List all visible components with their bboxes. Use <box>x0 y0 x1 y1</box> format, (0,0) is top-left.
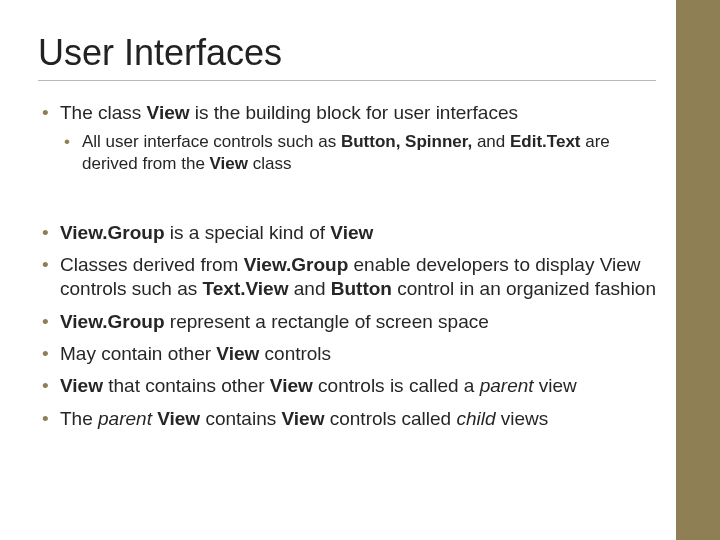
bold-text: Edit.Text <box>510 132 581 151</box>
text: represent a rectangle of screen space <box>170 311 489 332</box>
sub-bullet-list: All user interface controls such as Butt… <box>60 131 656 175</box>
slide-content: User Interfaces The class View is the bu… <box>0 0 676 540</box>
list-item: View that contains other View controls i… <box>38 374 656 398</box>
list-item: The class View is the building block for… <box>38 101 656 175</box>
bold-text: View <box>270 375 313 396</box>
bold-text: View.Group <box>60 222 165 243</box>
list-item: The parent View contains View controls c… <box>38 407 656 431</box>
text: The class <box>60 102 147 123</box>
accent-sidebar <box>676 0 720 540</box>
text: is the building block for user interface… <box>190 102 518 123</box>
bold-text: View <box>157 408 200 429</box>
text: controls is called a <box>313 375 480 396</box>
italic-text: parent <box>98 408 152 429</box>
bold-text: View <box>281 408 324 429</box>
text: All user interface controls such as <box>82 132 341 151</box>
text: that contains other <box>108 375 270 396</box>
bold-text: View <box>330 222 373 243</box>
list-item: View.Group represent a rectangle of scre… <box>38 310 656 334</box>
list-item: View.Group is a special kind of View <box>38 221 656 245</box>
text: controls <box>259 343 331 364</box>
text: contains <box>200 408 281 429</box>
bold-text: View <box>147 102 190 123</box>
text: controls called <box>324 408 456 429</box>
list-item: May contain other View controls <box>38 342 656 366</box>
text: views <box>496 408 549 429</box>
list-item: Classes derived from View.Group enable d… <box>38 253 656 302</box>
bold-text: View.Group <box>60 311 170 332</box>
text: class <box>248 154 291 173</box>
bold-text: Button, Spinner, <box>341 132 472 151</box>
bold-text: View <box>60 375 108 396</box>
text: view <box>534 375 577 396</box>
bold-text: View <box>210 154 248 173</box>
text: control in an organized fashion <box>392 278 656 299</box>
bold-text: Button <box>331 278 392 299</box>
slide: User Interfaces The class View is the bu… <box>0 0 720 540</box>
spacer <box>38 183 656 201</box>
italic-text: child <box>456 408 495 429</box>
text: The <box>60 408 98 429</box>
page-title: User Interfaces <box>38 32 656 81</box>
text: May contain other <box>60 343 216 364</box>
italic-text: parent <box>480 375 534 396</box>
list-item: All user interface controls such as Butt… <box>60 131 656 175</box>
bold-text: Text.View <box>203 278 289 299</box>
bullet-list: The class View is the building block for… <box>38 101 656 175</box>
bullet-list: View.Group is a special kind of View Cla… <box>38 221 656 431</box>
text: and <box>472 132 510 151</box>
text: is a special kind of <box>165 222 331 243</box>
text: Classes derived from <box>60 254 244 275</box>
bold-text: View.Group <box>244 254 349 275</box>
bold-text: View <box>216 343 259 364</box>
text: and <box>288 278 330 299</box>
